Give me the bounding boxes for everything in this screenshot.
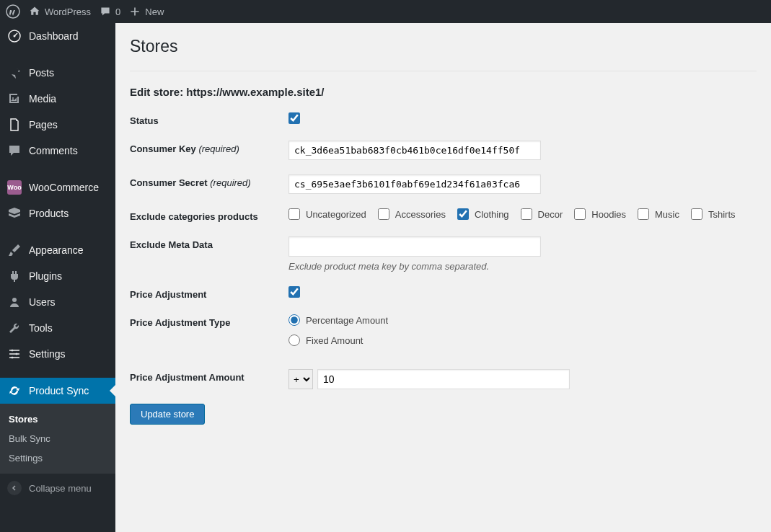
price-adjustment-sign-select[interactable]: +	[288, 369, 313, 389]
svg-point-2	[14, 35, 16, 37]
exclude-categories-label: Exclude categories products	[130, 208, 288, 222]
price-adjustment-amount-input[interactable]	[317, 369, 570, 389]
comments-count: 0	[115, 6, 120, 17]
category-label: Hoodies	[591, 209, 626, 220]
category-checkbox-uncategorized[interactable]: Uncategorized	[288, 208, 366, 220]
consumer-secret-label: Consumer Secret (required)	[130, 174, 288, 194]
collapse-menu-button[interactable]: Collapse menu	[0, 474, 115, 502]
update-store-button[interactable]: Update store	[130, 404, 205, 425]
svg-point-6	[16, 353, 18, 355]
category-label: Accessories	[395, 209, 446, 220]
sidebar-item-label: Dashboard	[29, 30, 79, 42]
sidebar-item-appearance[interactable]: Appearance	[0, 237, 115, 263]
price-type-option-fixed[interactable]: Fixed Amount	[288, 334, 757, 346]
price-type-radio[interactable]	[288, 314, 300, 326]
sidebar-item-posts[interactable]: Posts	[0, 60, 115, 86]
category-checkbox-input[interactable]	[457, 208, 469, 220]
dashboard-icon	[7, 29, 22, 43]
sidebar-item-woocommerce[interactable]: Woo WooCommerce	[0, 174, 115, 200]
sidebar-item-label: Comments	[29, 145, 78, 156]
sidebar-item-comments[interactable]: Comments	[0, 138, 115, 164]
sidebar-item-users[interactable]: Users	[0, 289, 115, 315]
category-checkbox-input[interactable]	[691, 208, 702, 220]
submenu-item-bulk-sync[interactable]: Bulk Sync	[0, 429, 115, 448]
comment-icon	[7, 143, 22, 158]
sidebar-item-media[interactable]: Media	[0, 86, 115, 112]
category-checkbox-tshirts[interactable]: Tshirts	[691, 208, 736, 220]
wrench-icon	[7, 321, 22, 335]
collapse-label: Collapse menu	[29, 483, 92, 494]
sidebar-item-plugins[interactable]: Plugins	[0, 263, 115, 289]
new-label: New	[145, 6, 164, 17]
status-label: Status	[130, 112, 288, 126]
sidebar-item-label: Plugins	[29, 270, 62, 282]
category-label: Decor	[538, 209, 563, 220]
price-adjustment-type-group: Percentage AmountFixed Amount	[288, 314, 757, 355]
brush-icon	[7, 243, 22, 257]
sidebar-item-label: Users	[29, 296, 56, 308]
category-checkbox-music[interactable]: Music	[638, 208, 679, 220]
site-name-label: WordPress	[45, 6, 91, 17]
wp-logo-menu[interactable]	[6, 4, 20, 19]
admin-bar: WordPress 0 New	[0, 0, 771, 23]
svg-point-0	[6, 5, 19, 18]
category-checkbox-input[interactable]	[638, 208, 649, 220]
submenu-item-settings[interactable]: Settings	[0, 448, 115, 468]
category-checkbox-input[interactable]	[378, 208, 389, 220]
plugin-icon	[7, 269, 22, 283]
user-icon	[7, 295, 22, 309]
category-checkbox-hoodies[interactable]: Hoodies	[574, 208, 626, 220]
exclude-meta-label: Exclude Meta Data	[130, 236, 288, 272]
category-checkbox-input[interactable]	[521, 208, 532, 220]
sidebar-item-tools[interactable]: Tools	[0, 315, 115, 341]
product-sync-submenu: Stores Bulk Sync Settings	[0, 404, 115, 474]
category-checkbox-accessories[interactable]: Accessories	[378, 208, 446, 220]
svg-point-7	[12, 357, 14, 359]
categories-checkbox-group: UncategorizedAccessoriesClothingDecorHoo…	[288, 208, 757, 222]
sidebar-item-dashboard[interactable]: Dashboard	[0, 23, 115, 49]
category-label: Clothing	[475, 209, 509, 220]
sidebar-item-label: Settings	[29, 348, 66, 360]
media-icon	[7, 92, 22, 106]
svg-point-3	[12, 97, 14, 99]
category-checkbox-input[interactable]	[288, 208, 300, 220]
category-checkbox-decor[interactable]: Decor	[521, 208, 563, 220]
price-adjustment-type-label: Price Adjustment Type	[130, 314, 288, 355]
consumer-key-input[interactable]	[288, 141, 541, 160]
price-type-label: Fixed Amount	[306, 335, 364, 346]
plus-icon	[129, 6, 141, 17]
admin-sidebar: Dashboard Posts Media Pages Comments Woo…	[0, 23, 115, 532]
sidebar-item-pages[interactable]: Pages	[0, 112, 115, 138]
price-type-option-percentage[interactable]: Percentage Amount	[288, 314, 757, 326]
sidebar-item-label: WooCommerce	[29, 182, 99, 193]
sidebar-item-settings[interactable]: Settings	[0, 341, 115, 367]
price-adjustment-checkbox[interactable]	[288, 286, 300, 298]
sidebar-item-label: Media	[29, 93, 56, 105]
category-checkbox-input[interactable]	[574, 208, 586, 220]
sidebar-item-product-sync[interactable]: Product Sync	[0, 378, 115, 404]
consumer-secret-input[interactable]	[288, 174, 541, 194]
exclude-meta-input[interactable]	[288, 236, 541, 257]
category-label: Music	[655, 209, 679, 220]
wordpress-logo-icon	[6, 4, 20, 19]
sidebar-item-label: Products	[29, 208, 69, 219]
page-title: Stores	[130, 30, 757, 71]
category-label: Uncategorized	[306, 209, 366, 220]
sync-icon	[7, 384, 22, 398]
status-checkbox[interactable]	[288, 112, 300, 124]
new-content-menu[interactable]: New	[129, 6, 164, 17]
comment-icon	[100, 6, 111, 17]
sidebar-item-label: Appearance	[29, 244, 84, 256]
products-icon	[7, 206, 22, 221]
submenu-item-stores[interactable]: Stores	[0, 409, 115, 429]
comments-menu[interactable]: 0	[100, 6, 120, 17]
category-label: Tshirts	[708, 209, 736, 220]
main-content: Stores Edit store: https://www.example.s…	[115, 23, 771, 532]
site-name-menu[interactable]: WordPress	[29, 6, 91, 17]
sidebar-item-products[interactable]: Products	[0, 200, 115, 226]
category-checkbox-clothing[interactable]: Clothing	[457, 208, 509, 220]
edit-store-heading: Edit store: https://www.example.site1/	[130, 86, 757, 98]
price-type-radio[interactable]	[288, 334, 300, 346]
sidebar-item-label: Tools	[29, 322, 53, 334]
price-adjustment-amount-label: Price Adjustment Amount	[130, 369, 288, 389]
